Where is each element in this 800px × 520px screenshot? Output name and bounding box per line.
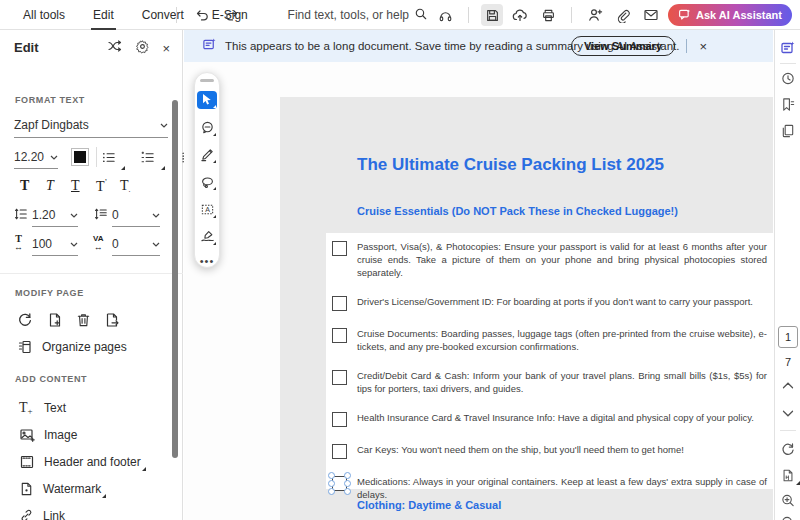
ai-assistant-icon[interactable] — [780, 40, 796, 56]
superscript-button[interactable]: Tʼ — [96, 178, 107, 195]
bookmarks-icon[interactable] — [780, 97, 795, 112]
checklist-item-text[interactable]: Driver's License/Government ID: For boar… — [357, 295, 767, 308]
email-icon[interactable] — [640, 4, 662, 26]
checklist-item-text[interactable]: Medications: Always in your original con… — [357, 475, 767, 501]
paragraph-spacing-select[interactable]: 0 — [112, 208, 160, 227]
toolbar-tab[interactable]: Edit — [79, 0, 128, 30]
current-page-input[interactable]: 1 — [778, 326, 798, 348]
notification-divider — [686, 39, 687, 53]
header-footer-label: Header and footer — [44, 455, 141, 469]
rotate-view-icon[interactable] — [780, 442, 795, 457]
checklist-item-text[interactable]: Passport, Visa(s), & Photocopies: Ensure… — [357, 240, 767, 279]
watermark-button[interactable]: Watermark — [19, 481, 101, 497]
previous-page-icon[interactable] — [782, 382, 793, 389]
horizontal-scale-select[interactable]: 100 — [32, 237, 78, 256]
add-text-button[interactable]: T+ Text — [19, 400, 66, 416]
attach-link-icon[interactable] — [612, 4, 634, 26]
add-reviewer-icon[interactable] — [584, 4, 606, 26]
close-panel-icon[interactable]: × — [162, 41, 170, 56]
more-tools-icon[interactable]: ••• — [200, 255, 215, 267]
panel-divider — [96, 147, 97, 167]
organize-pages-button[interactable]: Organize pages — [17, 339, 127, 355]
history-icon[interactable] — [780, 71, 795, 86]
checklist-item: Medications: Always in your original con… — [332, 475, 767, 501]
zoom-out-icon[interactable] — [780, 515, 795, 520]
ask-ai-assistant-button[interactable]: Ask AI Assistant — [668, 4, 792, 26]
total-pages-label: 7 — [775, 356, 800, 368]
checklist-item-text[interactable]: Car Keys: You won't need them on the shi… — [357, 443, 767, 456]
quick-tools-toolbar: A ••• — [194, 72, 220, 268]
zoom-in-icon[interactable] — [780, 493, 795, 508]
checkbox-icon[interactable] — [332, 412, 347, 427]
checklist: Passport, Visa(s), & Photocopies: Ensure… — [332, 240, 767, 517]
checkbox-icon[interactable] — [332, 444, 347, 459]
rail-divider — [780, 430, 796, 431]
ai-chat-icon — [678, 8, 691, 23]
add-link-button[interactable]: Link — [19, 508, 65, 520]
text-box-tool[interactable]: A — [197, 200, 217, 218]
save-icon[interactable] — [481, 4, 503, 26]
font-color-swatch[interactable] — [71, 148, 89, 166]
draw-tool[interactable] — [197, 146, 217, 164]
underline-button[interactable]: T — [71, 178, 80, 194]
text-block: Passport, Visa(s), & Photocopies: Ensure… — [326, 233, 773, 489]
checklist-item-text[interactable]: Credit/Debit Card & Cash: Inform your ba… — [357, 369, 767, 395]
add-image-button[interactable]: Image — [19, 427, 77, 443]
extract-page-icon[interactable] — [104, 312, 120, 332]
subscript-button[interactable]: T. — [120, 178, 131, 194]
toolbar-tab[interactable]: All tools — [9, 0, 79, 30]
bulleted-list-icon[interactable] — [101, 151, 120, 168]
section-heading[interactable]: Cruise Essentials (Do NOT Pack These in … — [357, 205, 678, 217]
checkbox-icon[interactable] — [332, 296, 347, 311]
line-spacing-select[interactable]: 1.20 — [32, 208, 78, 227]
panel-scrollbar[interactable] — [172, 100, 178, 458]
find-search[interactable]: Find text, tools, or help — [288, 7, 428, 24]
char-spacing-select[interactable]: 0 — [112, 237, 160, 256]
next-section-heading[interactable]: Clothing: Daytime & Casual — [357, 499, 501, 511]
checklist-item: Driver's License/Government ID: For boar… — [332, 295, 767, 311]
line-spacing-value: 1.20 — [32, 208, 55, 222]
view-summary-button[interactable]: View Summary — [571, 36, 675, 56]
share-upload-icon[interactable] — [509, 4, 531, 26]
checkbox-icon[interactable] — [332, 328, 347, 343]
insert-page-icon[interactable] — [47, 312, 63, 332]
notification-close-icon[interactable]: × — [699, 39, 707, 54]
page-thumbnails-icon[interactable] — [780, 123, 795, 138]
checklist-item: Health Insurance Card & Travel Insurance… — [332, 411, 767, 427]
font-size-select[interactable]: 12.20 — [14, 150, 58, 169]
top-toolbar: All toolsEditConvertE-Sign Find text, to… — [0, 0, 800, 30]
page-view-settings-icon[interactable] — [781, 468, 795, 483]
add-text-label: Text — [44, 401, 66, 415]
font-size-value: 12.20 — [14, 150, 44, 164]
delete-page-icon[interactable] — [76, 312, 91, 332]
next-page-icon[interactable] — [782, 410, 793, 417]
sign-tool[interactable] — [197, 228, 217, 246]
line-spacing-icon — [14, 207, 28, 221]
reflow-icon[interactable] — [107, 38, 123, 58]
undo-icon[interactable] — [191, 4, 213, 26]
checkbox-icon[interactable] — [332, 370, 347, 385]
checkbox-icon[interactable] — [332, 476, 347, 491]
checklist-item: Car Keys: You won't need them on the shi… — [332, 443, 767, 459]
redo-icon[interactable] — [221, 4, 243, 26]
comment-tool[interactable] — [197, 118, 217, 136]
rotate-page-icon[interactable] — [17, 312, 33, 332]
numbered-list-icon[interactable] — [140, 151, 159, 168]
read-aloud-icon[interactable] — [434, 4, 456, 26]
select-tool[interactable] — [197, 91, 217, 109]
gear-icon[interactable] — [135, 39, 150, 58]
header-footer-button[interactable]: Header and footer — [19, 454, 141, 470]
print-icon[interactable] — [537, 4, 559, 26]
lasso-tool[interactable] — [197, 173, 217, 191]
svg-text:A: A — [205, 206, 210, 213]
ask-ai-label: Ask AI Assistant — [696, 9, 782, 21]
checklist-item-text[interactable]: Health Insurance Card & Travel Insurance… — [357, 411, 767, 424]
checkbox-icon[interactable] — [332, 241, 347, 256]
checklist-item-text[interactable]: Cruise Documents: Boarding passes, lugga… — [357, 327, 767, 353]
bold-button[interactable]: T — [20, 178, 29, 194]
font-family-select[interactable]: Zapf Dingbats — [14, 118, 168, 138]
document-title[interactable]: The Ultimate Cruise Packing List 2025 — [357, 155, 664, 175]
italic-button[interactable]: T — [46, 178, 54, 194]
toolbar-drag-handle[interactable] — [200, 79, 214, 82]
checklist-item: Credit/Debit Card & Cash: Inform your ba… — [332, 369, 767, 395]
